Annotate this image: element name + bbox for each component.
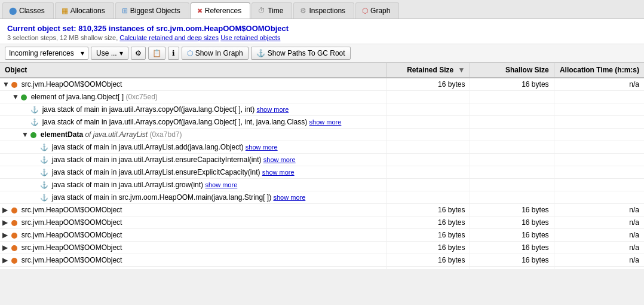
- show-more-link[interactable]: show more: [205, 181, 237, 188]
- time-icon: ⏱: [258, 7, 265, 15]
- expand-icon[interactable]: ▶: [2, 256, 10, 264]
- show-in-graph-button[interactable]: ⬡ Show In Graph: [182, 47, 249, 60]
- column-shallow[interactable]: Shallow Size: [470, 63, 554, 78]
- table-row[interactable]: ▶ ⚓ java stack of main in java.util.Arra…: [0, 116, 644, 129]
- column-alloc[interactable]: Allocation Time (h:m:s): [554, 63, 644, 78]
- tab-inspections[interactable]: ⚙ Inspections: [293, 2, 354, 19]
- reference-type-dropdown[interactable]: Incoming references ▾: [5, 47, 88, 60]
- use-retained-link[interactable]: Use retained objects: [220, 34, 280, 41]
- retained-value: [387, 154, 470, 166]
- alloc-value: n/a: [554, 229, 644, 242]
- settings-icon: ⚙: [135, 49, 142, 57]
- calculate-retained-link[interactable]: Calculate retained and deep sizes: [119, 34, 219, 41]
- tab-references[interactable]: ✖ References: [191, 2, 250, 19]
- tab-time[interactable]: ⏱ Time: [252, 2, 292, 19]
- object-name: src.jvm.HeapOOM$OOMObject: [22, 256, 122, 264]
- object-type-icon: [11, 233, 17, 239]
- table-row[interactable]: ▼ src.jvm.HeapOOM$OOMObject 16 bytes 16 …: [0, 78, 644, 91]
- shallow-value: 16 bytes: [470, 254, 554, 267]
- shallow-value: 16 bytes: [470, 216, 554, 229]
- tab-biggest-objects-label: Biggest Objects: [130, 7, 180, 15]
- expand-icon[interactable]: ▶: [2, 218, 10, 227]
- object-type-icon: [11, 82, 17, 88]
- expand-icon[interactable]: ▼: [22, 130, 29, 139]
- table-row[interactable]: ▶ ⚓ java stack of main in java.util.Arra…: [0, 103, 644, 116]
- paths-to-gc-label: Show Paths To GC Root: [268, 49, 345, 57]
- shallow-value: 16 bytes: [470, 242, 554, 254]
- use-button[interactable]: Use ... ▾: [91, 47, 128, 60]
- classes-icon: ⬤: [9, 7, 17, 15]
- tab-biggest-objects[interactable]: ⊞ Biggest Objects: [115, 2, 189, 19]
- table-row[interactable]: ▶ src.jvm.HeapOOM$OOMObject 16 bytes 16 …: [0, 229, 644, 242]
- table-row[interactable]: ▼ element of java.lang.Object[ ] (0xc75e…: [0, 91, 644, 103]
- object-type-icon: [30, 132, 36, 138]
- tab-classes[interactable]: ⬤ Classes: [2, 2, 54, 19]
- tab-references-label: References: [205, 7, 241, 15]
- retained-value: [387, 91, 470, 103]
- show-graph-icon: ⬡: [187, 49, 193, 57]
- retained-value: [387, 191, 470, 204]
- show-paths-button[interactable]: ⚓ Show Paths To GC Root: [251, 47, 351, 60]
- tab-allocations[interactable]: ▦ Allocations: [55, 2, 114, 19]
- anchor-icon: ⚓: [40, 181, 48, 188]
- show-more-link[interactable]: show more: [273, 194, 305, 201]
- retained-value: [387, 103, 470, 116]
- table-row[interactable]: ▶ src.jvm.HeapOOM$OOMObject 16 bytes 16 …: [0, 254, 644, 267]
- expand-icon[interactable]: ▶: [2, 243, 10, 252]
- export-icon: 📋: [152, 49, 161, 57]
- info-button[interactable]: ℹ: [168, 47, 179, 60]
- shallow-value: 16 bytes: [470, 267, 554, 270]
- retained-value: [387, 141, 470, 154]
- table-row[interactable]: ▶ src.jvm.HeapOOM$OOMObject 16 bytes 16 …: [0, 204, 644, 216]
- expand-icon[interactable]: ▶: [2, 269, 10, 269]
- shallow-value: [470, 103, 554, 116]
- settings-button[interactable]: ⚙: [131, 47, 146, 60]
- table-header: Object Retained Size ▼ Shallow Size Allo…: [0, 63, 644, 78]
- dropdown-arrow-icon: ▾: [81, 49, 84, 57]
- table-row[interactable]: ▶ ⚓ java stack of main in java.util.Arra…: [0, 141, 644, 154]
- expand-icon[interactable]: ▼: [12, 93, 19, 101]
- biggest-objects-icon: ⊞: [122, 7, 128, 15]
- show-more-link[interactable]: show more: [257, 106, 289, 113]
- expand-icon[interactable]: ▼: [2, 80, 10, 89]
- table-row[interactable]: ▶ src.jvm.HeapOOM$OOMObject 16 bytes 16 …: [0, 242, 644, 254]
- table-row[interactable]: ▼ elementData of java.util.ArrayList (0x…: [0, 129, 644, 141]
- show-more-link[interactable]: show more: [262, 169, 295, 176]
- allocations-icon: ▦: [62, 7, 68, 15]
- tab-graph-label: Graph: [370, 7, 390, 15]
- retained-value: [387, 129, 470, 141]
- table-row[interactable]: ▶ src.jvm.HeapOOM$OOMObject 16 bytes 16 …: [0, 267, 644, 270]
- show-in-graph-label: Show In Graph: [195, 49, 243, 57]
- expand-icon[interactable]: ▶: [2, 206, 10, 214]
- references-table: Object Retained Size ▼ Shallow Size Allo…: [0, 63, 644, 269]
- object-name: src.jvm.HeapOOM$OOMObject: [22, 218, 122, 227]
- object-name: element of java.lang.Object[ ]: [31, 93, 126, 101]
- use-dropdown-icon: ▾: [119, 49, 123, 57]
- object-name: src.jvm.HeapOOM$OOMObject: [22, 206, 122, 214]
- current-object-description: 810,325 instances of src.jvm.oom.HeapOOM…: [78, 24, 289, 33]
- object-name-bold: elementData: [41, 130, 83, 139]
- show-more-link[interactable]: show more: [246, 144, 278, 151]
- table-row[interactable]: ▶ ⚓ java stack of main in java.util.Arra…: [0, 154, 644, 166]
- info-icon: ℹ: [172, 49, 175, 57]
- show-more-link[interactable]: show more: [263, 156, 296, 163]
- table-row[interactable]: ▶ ⚓ java stack of main in java.util.Arra…: [0, 166, 644, 179]
- shallow-value: 16 bytes: [470, 78, 554, 91]
- alloc-value: [554, 191, 644, 204]
- object-name: src.jvm.HeapOOM$OOMObject: [22, 269, 122, 269]
- tab-graph[interactable]: ⬡ Graph: [355, 2, 399, 19]
- object-type-icon: [21, 94, 27, 100]
- object-name: java stack of main in java.util.Arrays.c…: [42, 118, 309, 126]
- show-more-link[interactable]: show more: [309, 118, 342, 126]
- expand-icon[interactable]: ▶: [2, 231, 10, 239]
- tab-bar: ⬤ Classes ▦ Allocations ⊞ Biggest Object…: [0, 0, 644, 19]
- export-button[interactable]: 📋: [148, 47, 165, 60]
- column-object[interactable]: Object: [0, 63, 387, 78]
- table-row[interactable]: ▶ ⚓ java stack of main in java.util.Arra…: [0, 179, 644, 191]
- shallow-value: [470, 154, 554, 166]
- table-row[interactable]: ▶ ⚓ java stack of main in src.jvm.oom.He…: [0, 191, 644, 204]
- table-row[interactable]: ▶ src.jvm.HeapOOM$OOMObject 16 bytes 16 …: [0, 216, 644, 229]
- column-retained[interactable]: Retained Size ▼: [387, 63, 470, 78]
- alloc-value: [554, 129, 644, 141]
- anchor-icon: ⚓: [40, 194, 48, 201]
